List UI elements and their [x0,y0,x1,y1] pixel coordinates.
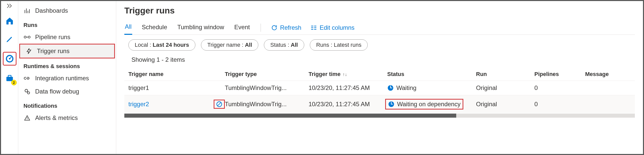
svg-point-2 [9,58,10,59]
chevron-right-double-icon [7,4,12,8]
showing-count: Showing 1 - 2 items [124,56,635,63]
svg-rect-4 [8,75,11,77]
sidebar-label: Dashboards [35,7,68,14]
cell-run: Original [476,101,534,108]
edit-columns-button[interactable]: Edit columns [311,24,354,31]
cell-status: Waiting on dependency [385,99,463,110]
sidebar-label: Integration runtimes [35,75,89,82]
svg-point-6 [28,36,30,38]
edit-columns-label: Edit columns [320,24,354,31]
sidebar-heading-runtimes: Runtimes & sessions [18,58,116,72]
collapse-toggle[interactable] [7,4,12,8]
table-row[interactable]: trigger2 TumblingWindowTrig... 10/23/20,… [124,95,635,113]
svg-point-5 [24,36,26,38]
cell-trigger-name: trigger2 [128,100,225,109]
sidebar-item-data-flow-debug[interactable]: Data flow debug [18,85,116,98]
horizontal-scrollbar[interactable] [124,114,635,118]
cell-trigger-time: 10/23/20, 11:27:45 AM [309,101,387,108]
filter-local[interactable]: Local : Last 24 hours [128,39,195,51]
pencil-icon [6,35,14,43]
cell-pipelines: 0 [534,84,585,91]
alert-icon [23,115,31,121]
cell-trigger-time: 10/23/20, 11:27:45 AM [309,84,387,91]
cell-trigger-name: trigger1 [128,84,225,91]
home-icon [5,17,14,25]
sidebar-label: Data flow debug [35,88,79,95]
sidebar-heading-notifications: Notifications [18,98,116,111]
cell-trigger-type: TumblingWindowTrig... [225,101,309,108]
col-run[interactable]: Run [476,71,534,78]
sidebar-label: Pipeline runs [35,34,70,41]
cell-status: Waiting [387,84,476,91]
columns-icon [311,25,317,30]
tab-tumbling[interactable]: Tumbling window [177,21,225,34]
refresh-button[interactable]: Refresh [271,24,301,31]
filter-runs[interactable]: Runs : Latest runs [310,39,368,51]
cancel-highlight [214,100,225,109]
sidebar-label: Alerts & metrics [35,114,78,121]
tab-all[interactable]: All [124,21,132,35]
sidebar-item-integration-runtimes[interactable]: Integration runtimes [18,72,116,85]
rail-badge: 2 [11,80,17,85]
main-content: Trigger runs All Schedule Tumbling windo… [116,1,643,154]
cell-run: Original [476,84,534,91]
trigger-icon [25,48,33,54]
cell-status-wrap: Waiting on dependency [387,99,476,110]
link-icon [23,76,31,81]
filter-row: Local : Last 24 hours Trigger name : All… [124,39,635,51]
cell-trigger-type: TumblingWindowTrig... [225,84,309,91]
col-pipelines[interactable]: Pipelines [534,71,585,78]
tab-row: All Schedule Tumbling window Event Refre… [124,21,635,35]
table-row[interactable]: trigger1 TumblingWindowTrig... 10/23/20,… [124,81,635,95]
col-message[interactable]: Message [585,71,631,78]
refresh-icon [271,24,278,31]
refresh-label: Refresh [280,24,301,31]
sidebar-item-dashboards[interactable]: Dashboards [18,4,116,17]
clock-icon [387,85,394,91]
col-trigger-type[interactable]: Trigger type [225,71,309,78]
pipeline-icon [23,35,31,40]
divider [261,24,261,32]
sidebar-heading-runs: Runs [18,17,116,30]
rail-monitor[interactable] [4,53,15,64]
results-grid: Trigger name Trigger type Trigger time↑↓… [124,68,635,118]
rail-manage[interactable]: 2 [4,73,15,84]
rail-author[interactable] [4,34,15,45]
trigger-link[interactable]: trigger2 [128,101,149,108]
svg-point-7 [25,89,28,92]
cancel-icon[interactable] [216,101,223,107]
sort-icon: ↑↓ [343,72,347,77]
col-status[interactable]: Status [387,71,476,78]
clock-icon [388,101,395,107]
grid-header: Trigger name Trigger type Trigger time↑↓… [124,68,635,81]
filter-trigger-name[interactable]: Trigger name : All [201,39,258,51]
rail-home[interactable] [4,15,15,26]
col-trigger-time[interactable]: Trigger time↑↓ [309,71,387,78]
tab-event[interactable]: Event [234,21,250,34]
scrollbar-thumb[interactable] [124,114,456,118]
col-trigger-name[interactable]: Trigger name [128,71,225,78]
icon-rail: 2 [1,1,18,154]
cell-pipelines: 0 [534,101,585,108]
page-title: Trigger runs [124,6,635,16]
sidebar-item-alerts[interactable]: Alerts & metrics [18,111,116,125]
filter-status[interactable]: Status : All [264,39,304,51]
rail-monitor-highlight [3,52,16,66]
sidebar-item-trigger-runs[interactable]: Trigger runs [19,44,115,58]
sidebar: Dashboards Runs Pipeline runs Trigger ru… [18,1,116,154]
debug-icon [23,88,31,95]
gauge-icon [5,54,14,63]
sidebar-item-pipeline-runs[interactable]: Pipeline runs [18,30,116,44]
tab-schedule[interactable]: Schedule [141,21,168,34]
bar-chart-icon [23,8,31,14]
sidebar-label: Trigger runs [37,48,69,55]
